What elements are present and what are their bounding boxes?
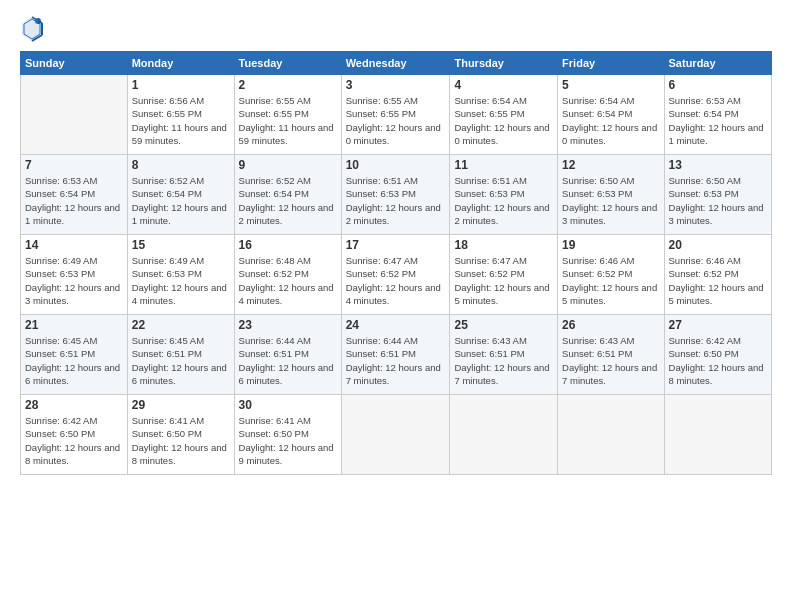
- day-number: 7: [25, 158, 123, 172]
- calendar-day-cell: [664, 395, 771, 475]
- day-number: 11: [454, 158, 553, 172]
- day-number: 30: [239, 398, 337, 412]
- calendar-day-cell: 19Sunrise: 6:46 AMSunset: 6:52 PMDayligh…: [558, 235, 664, 315]
- day-number: 22: [132, 318, 230, 332]
- calendar-week-row: 28Sunrise: 6:42 AMSunset: 6:50 PMDayligh…: [21, 395, 772, 475]
- calendar-day-cell: 17Sunrise: 6:47 AMSunset: 6:52 PMDayligh…: [341, 235, 450, 315]
- calendar-day-cell: 6Sunrise: 6:53 AMSunset: 6:54 PMDaylight…: [664, 75, 771, 155]
- calendar-day-cell: 14Sunrise: 6:49 AMSunset: 6:53 PMDayligh…: [21, 235, 128, 315]
- day-info: Sunrise: 6:45 AMSunset: 6:51 PMDaylight:…: [25, 334, 123, 387]
- day-info: Sunrise: 6:50 AMSunset: 6:53 PMDaylight:…: [669, 174, 767, 227]
- day-info: Sunrise: 6:54 AMSunset: 6:54 PMDaylight:…: [562, 94, 659, 147]
- day-info: Sunrise: 6:41 AMSunset: 6:50 PMDaylight:…: [132, 414, 230, 467]
- day-info: Sunrise: 6:48 AMSunset: 6:52 PMDaylight:…: [239, 254, 337, 307]
- day-number: 15: [132, 238, 230, 252]
- day-number: 5: [562, 78, 659, 92]
- day-info: Sunrise: 6:54 AMSunset: 6:55 PMDaylight:…: [454, 94, 553, 147]
- calendar-day-cell: 22Sunrise: 6:45 AMSunset: 6:51 PMDayligh…: [127, 315, 234, 395]
- calendar-day-cell: 23Sunrise: 6:44 AMSunset: 6:51 PMDayligh…: [234, 315, 341, 395]
- calendar-day-cell: 15Sunrise: 6:49 AMSunset: 6:53 PMDayligh…: [127, 235, 234, 315]
- day-info: Sunrise: 6:49 AMSunset: 6:53 PMDaylight:…: [132, 254, 230, 307]
- calendar-week-row: 7Sunrise: 6:53 AMSunset: 6:54 PMDaylight…: [21, 155, 772, 235]
- day-number: 27: [669, 318, 767, 332]
- day-info: Sunrise: 6:53 AMSunset: 6:54 PMDaylight:…: [669, 94, 767, 147]
- day-number: 13: [669, 158, 767, 172]
- calendar-day-cell: 21Sunrise: 6:45 AMSunset: 6:51 PMDayligh…: [21, 315, 128, 395]
- weekday-header-friday: Friday: [558, 52, 664, 75]
- day-info: Sunrise: 6:47 AMSunset: 6:52 PMDaylight:…: [454, 254, 553, 307]
- calendar-day-cell: 13Sunrise: 6:50 AMSunset: 6:53 PMDayligh…: [664, 155, 771, 235]
- calendar-day-cell: [341, 395, 450, 475]
- day-number: 23: [239, 318, 337, 332]
- calendar-day-cell: 1Sunrise: 6:56 AMSunset: 6:55 PMDaylight…: [127, 75, 234, 155]
- day-info: Sunrise: 6:52 AMSunset: 6:54 PMDaylight:…: [239, 174, 337, 227]
- calendar-week-row: 14Sunrise: 6:49 AMSunset: 6:53 PMDayligh…: [21, 235, 772, 315]
- day-number: 9: [239, 158, 337, 172]
- day-info: Sunrise: 6:51 AMSunset: 6:53 PMDaylight:…: [346, 174, 446, 227]
- day-number: 18: [454, 238, 553, 252]
- day-info: Sunrise: 6:55 AMSunset: 6:55 PMDaylight:…: [346, 94, 446, 147]
- day-number: 8: [132, 158, 230, 172]
- weekday-header-saturday: Saturday: [664, 52, 771, 75]
- day-number: 20: [669, 238, 767, 252]
- calendar-day-cell: 12Sunrise: 6:50 AMSunset: 6:53 PMDayligh…: [558, 155, 664, 235]
- day-number: 6: [669, 78, 767, 92]
- day-info: Sunrise: 6:44 AMSunset: 6:51 PMDaylight:…: [239, 334, 337, 387]
- calendar-day-cell: 16Sunrise: 6:48 AMSunset: 6:52 PMDayligh…: [234, 235, 341, 315]
- day-number: 28: [25, 398, 123, 412]
- day-number: 3: [346, 78, 446, 92]
- calendar-day-cell: 29Sunrise: 6:41 AMSunset: 6:50 PMDayligh…: [127, 395, 234, 475]
- day-info: Sunrise: 6:45 AMSunset: 6:51 PMDaylight:…: [132, 334, 230, 387]
- calendar-day-cell: 26Sunrise: 6:43 AMSunset: 6:51 PMDayligh…: [558, 315, 664, 395]
- calendar-day-cell: 27Sunrise: 6:42 AMSunset: 6:50 PMDayligh…: [664, 315, 771, 395]
- calendar-day-cell: 5Sunrise: 6:54 AMSunset: 6:54 PMDaylight…: [558, 75, 664, 155]
- day-info: Sunrise: 6:46 AMSunset: 6:52 PMDaylight:…: [669, 254, 767, 307]
- day-info: Sunrise: 6:42 AMSunset: 6:50 PMDaylight:…: [25, 414, 123, 467]
- calendar-day-cell: 10Sunrise: 6:51 AMSunset: 6:53 PMDayligh…: [341, 155, 450, 235]
- calendar-day-cell: 28Sunrise: 6:42 AMSunset: 6:50 PMDayligh…: [21, 395, 128, 475]
- day-info: Sunrise: 6:55 AMSunset: 6:55 PMDaylight:…: [239, 94, 337, 147]
- calendar-day-cell: 24Sunrise: 6:44 AMSunset: 6:51 PMDayligh…: [341, 315, 450, 395]
- day-info: Sunrise: 6:56 AMSunset: 6:55 PMDaylight:…: [132, 94, 230, 147]
- day-number: 12: [562, 158, 659, 172]
- logo-icon: [20, 15, 44, 43]
- calendar-day-cell: 8Sunrise: 6:52 AMSunset: 6:54 PMDaylight…: [127, 155, 234, 235]
- day-info: Sunrise: 6:42 AMSunset: 6:50 PMDaylight:…: [669, 334, 767, 387]
- calendar-day-cell: [21, 75, 128, 155]
- calendar-day-cell: 9Sunrise: 6:52 AMSunset: 6:54 PMDaylight…: [234, 155, 341, 235]
- calendar-day-cell: [450, 395, 558, 475]
- day-number: 24: [346, 318, 446, 332]
- day-info: Sunrise: 6:49 AMSunset: 6:53 PMDaylight:…: [25, 254, 123, 307]
- day-number: 29: [132, 398, 230, 412]
- day-number: 14: [25, 238, 123, 252]
- day-number: 19: [562, 238, 659, 252]
- logo: [20, 15, 48, 43]
- calendar-day-cell: 3Sunrise: 6:55 AMSunset: 6:55 PMDaylight…: [341, 75, 450, 155]
- calendar-table: SundayMondayTuesdayWednesdayThursdayFrid…: [20, 51, 772, 475]
- calendar-day-cell: 2Sunrise: 6:55 AMSunset: 6:55 PMDaylight…: [234, 75, 341, 155]
- day-info: Sunrise: 6:52 AMSunset: 6:54 PMDaylight:…: [132, 174, 230, 227]
- calendar-day-cell: 20Sunrise: 6:46 AMSunset: 6:52 PMDayligh…: [664, 235, 771, 315]
- calendar-day-cell: 30Sunrise: 6:41 AMSunset: 6:50 PMDayligh…: [234, 395, 341, 475]
- day-info: Sunrise: 6:53 AMSunset: 6:54 PMDaylight:…: [25, 174, 123, 227]
- day-info: Sunrise: 6:41 AMSunset: 6:50 PMDaylight:…: [239, 414, 337, 467]
- calendar-day-cell: [558, 395, 664, 475]
- header: [20, 15, 772, 43]
- weekday-header-row: SundayMondayTuesdayWednesdayThursdayFrid…: [21, 52, 772, 75]
- weekday-header-wednesday: Wednesday: [341, 52, 450, 75]
- day-number: 10: [346, 158, 446, 172]
- calendar-day-cell: 4Sunrise: 6:54 AMSunset: 6:55 PMDaylight…: [450, 75, 558, 155]
- calendar-day-cell: 7Sunrise: 6:53 AMSunset: 6:54 PMDaylight…: [21, 155, 128, 235]
- page: SundayMondayTuesdayWednesdayThursdayFrid…: [0, 0, 792, 612]
- calendar-day-cell: 25Sunrise: 6:43 AMSunset: 6:51 PMDayligh…: [450, 315, 558, 395]
- day-number: 26: [562, 318, 659, 332]
- calendar-week-row: 1Sunrise: 6:56 AMSunset: 6:55 PMDaylight…: [21, 75, 772, 155]
- day-info: Sunrise: 6:46 AMSunset: 6:52 PMDaylight:…: [562, 254, 659, 307]
- calendar-day-cell: 18Sunrise: 6:47 AMSunset: 6:52 PMDayligh…: [450, 235, 558, 315]
- day-info: Sunrise: 6:50 AMSunset: 6:53 PMDaylight:…: [562, 174, 659, 227]
- day-number: 4: [454, 78, 553, 92]
- day-info: Sunrise: 6:44 AMSunset: 6:51 PMDaylight:…: [346, 334, 446, 387]
- day-info: Sunrise: 6:43 AMSunset: 6:51 PMDaylight:…: [562, 334, 659, 387]
- weekday-header-thursday: Thursday: [450, 52, 558, 75]
- day-number: 2: [239, 78, 337, 92]
